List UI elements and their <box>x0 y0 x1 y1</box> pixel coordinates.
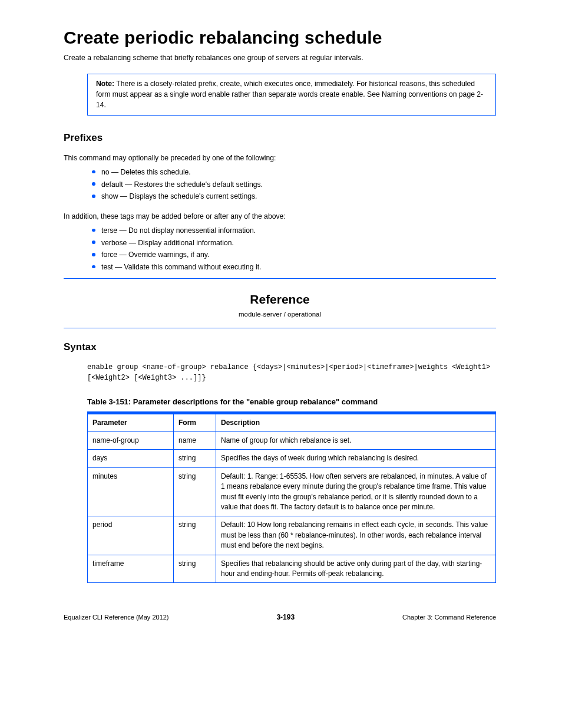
col-header-description: Description <box>216 413 496 431</box>
page: Create periodic rebalancing schedule Cre… <box>0 0 562 728</box>
divider <box>64 278 496 279</box>
cell-param: timeframe <box>88 555 174 583</box>
cell-form: string <box>174 516 216 555</box>
cell-param: period <box>88 516 174 555</box>
reference-sub: module-server / operational <box>64 309 496 319</box>
cell-form: name <box>174 432 216 450</box>
cell-param: name-of-group <box>88 432 174 450</box>
note-text: There is a closely-related prefix, creat… <box>96 80 483 108</box>
prefixes-list: no — Deletes this schedule. default — Re… <box>64 166 496 203</box>
syntax-heading: Syntax <box>64 340 496 355</box>
list-item: no — Deletes this schedule. <box>64 166 496 179</box>
divider <box>64 328 496 328</box>
cell-desc: Specifies that rebalancing should be act… <box>216 555 496 583</box>
footer-left: Equalizer CLI Reference (May 2012) <box>64 613 169 622</box>
cell-desc: Default: 10 How long rebalancing remains… <box>216 516 496 555</box>
table-caption: Table 3-151: Parameter descriptions for … <box>87 397 496 408</box>
list-item: show — Displays the schedule's current s… <box>64 190 496 203</box>
cell-form: string <box>174 450 216 467</box>
cell-form: string <box>174 555 216 583</box>
table-row: period string Default: 10 How long rebal… <box>88 516 496 555</box>
list-item: terse — Do not display nonessential info… <box>64 225 496 237</box>
list-item: default — Restores the schedule's defaul… <box>64 179 496 191</box>
note-label: Note: <box>96 80 114 88</box>
footer-right: Chapter 3: Command Reference <box>402 613 496 622</box>
col-header-parameter: Parameter <box>88 413 174 431</box>
page-subtitle: Create a rebalancing scheme that briefly… <box>64 53 496 64</box>
note-box: Note: There is a closely-related prefix,… <box>87 74 496 116</box>
list-item: force — Override warnings, if any. <box>64 249 496 261</box>
tags-intro: In addition, these tags may be added bef… <box>64 211 496 222</box>
list-item: test — Validate this command without exe… <box>64 261 496 274</box>
page-title: Create periodic rebalancing schedule <box>64 25 496 51</box>
cell-param: minutes <box>88 467 174 516</box>
reference-header: Reference module-server / operational <box>64 291 496 319</box>
footer-page-number: 3-193 <box>169 612 403 622</box>
page-footer: Equalizer CLI Reference (May 2012) 3-193… <box>64 612 496 622</box>
tags-list: terse — Do not display nonessential info… <box>64 225 496 274</box>
cell-form: string <box>174 467 216 516</box>
prefixes-intro: This command may optionally be preceded … <box>64 153 496 164</box>
params-table-wrap: Table 3-151: Parameter descriptions for … <box>87 397 496 584</box>
params-table: Parameter Form Description name-of-group… <box>87 411 496 584</box>
syntax-code: enable group <name-of-group> rebalance {… <box>87 362 496 384</box>
col-header-form: Form <box>174 413 216 431</box>
list-item: verbose — Display additional information… <box>64 237 496 249</box>
table-row: timeframe string Specifies that rebalanc… <box>88 555 496 583</box>
cell-desc: Specifies the days of week during which … <box>216 450 496 467</box>
table-row: name-of-group name Name of group for whi… <box>88 432 496 450</box>
cell-desc: Default: 1. Range: 1-65535. How often se… <box>216 467 496 516</box>
table-row: days string Specifies the days of week d… <box>88 450 496 467</box>
table-row: minutes string Default: 1. Range: 1-6553… <box>88 467 496 516</box>
cell-param: days <box>88 450 174 467</box>
cell-desc: Name of group for which rebalance is set… <box>216 432 496 450</box>
prefixes-heading: Prefixes <box>64 131 496 146</box>
reference-heading: Reference <box>64 291 496 308</box>
